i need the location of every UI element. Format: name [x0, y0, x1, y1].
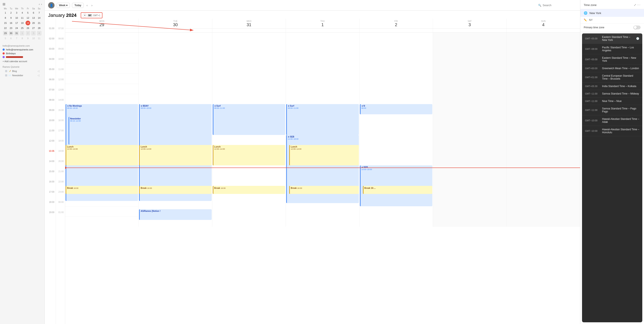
mini-day-5[interactable]: 5	[26, 10, 30, 15]
mini-day-27[interactable]: 27	[31, 26, 36, 30]
mini-day-feb-10[interactable]: 10	[31, 36, 36, 41]
prev-month-button[interactable]: ‹	[39, 2, 40, 6]
mini-day-15[interactable]: 15	[3, 21, 8, 25]
tz-item-eastern-highlight[interactable]: GMT−05:00 Eastern Standard Time – New Yo…	[582, 33, 642, 44]
day-header-fri: Fri 2	[360, 19, 433, 28]
mini-day-12[interactable]: 12	[26, 15, 30, 20]
tz-item-london[interactable]: GMT+00:00 Greenwich Mean Time – London	[582, 65, 642, 72]
account-dot-blue	[2, 48, 5, 51]
mini-day-22[interactable]: 22	[3, 26, 8, 30]
primary-tz-toggle[interactable]	[633, 25, 640, 29]
add-calendar-account-button[interactable]: + Add calendar account	[2, 59, 42, 64]
more-options-icon[interactable]: ···	[637, 3, 640, 7]
tz-name: Central European Standard Time – Brussel…	[602, 74, 639, 80]
tz-item-brussels[interactable]: GMT+01:00 Central European Standard Time…	[582, 72, 642, 83]
mini-day-31[interactable]: 31	[14, 31, 19, 35]
mini-day-feb-11[interactable]: 11	[37, 36, 42, 41]
mini-day-13[interactable]: 13	[31, 15, 36, 20]
week-view-button[interactable]: Week ▾	[57, 3, 70, 8]
mini-day-6[interactable]: 6	[31, 10, 36, 15]
mini-day-10[interactable]: 10	[14, 15, 19, 20]
gmt-slot-0700: 07:00	[56, 27, 65, 37]
event-tue-lunch[interactable]: Lunch 12:00–14:00	[139, 145, 212, 165]
account-email-item[interactable]: hello@ramesquinerie.com	[2, 48, 42, 51]
sub-calendar-blog[interactable]: 📝 Blog ◁	[2, 69, 42, 73]
mini-day-17[interactable]: 17	[14, 21, 19, 25]
tz-item-pacific[interactable]: GMT−08:00 Pacific Standard Time – Los An…	[582, 44, 642, 54]
event-title: AS/Rames [Notion !	[140, 210, 210, 212]
toggle-sidebar-button[interactable]: ⊞	[2, 2, 5, 6]
tz-item-pago[interactable]: GMT−11:00 Samoa Standard Time – Pago Pag…	[582, 105, 642, 115]
sub-calendar-newsletter[interactable]: ✉️ Newsletter ◁	[2, 73, 42, 77]
event-wed-surf[interactable]: ⊗ Surf 08:00–11:00	[213, 104, 285, 135]
mini-day-25[interactable]: 25	[20, 26, 24, 30]
mini-day-11[interactable]: 11	[20, 15, 24, 20]
mini-day-feb-5[interactable]: 5	[3, 36, 8, 41]
event-wed-break[interactable]: Break 16:00	[213, 186, 285, 194]
event-tue-asrames[interactable]: AS/Rames [Notion !	[139, 209, 212, 220]
mini-day-24[interactable]: 24	[14, 26, 19, 30]
account-birthdays-item[interactable]: Birthdays	[2, 51, 42, 55]
mini-day-16[interactable]: 16	[9, 21, 14, 25]
mini-day-14[interactable]: 14	[37, 15, 42, 20]
sub-cal-blog-hide-icon[interactable]: ◁	[38, 70, 40, 73]
mini-day-19-today[interactable]: 19	[26, 21, 30, 25]
event-mon-break[interactable]: Break 16:00	[66, 186, 138, 194]
tz-selected-row[interactable]: 🌐 New York	[580, 9, 644, 17]
sub-cal-newsletter-hide-icon[interactable]: ◁	[38, 74, 40, 77]
event-time: 12:00–14:00	[291, 148, 358, 150]
mini-day-feb-4[interactable]: 4	[37, 31, 42, 35]
mini-day-2[interactable]: 2	[9, 10, 14, 15]
event-thu-break[interactable]: Break 16:00	[289, 186, 359, 194]
tz-item-midway[interactable]: GMT−11:00 Samoa Standard Time – Midway	[582, 90, 642, 97]
mini-day-1[interactable]: 1	[3, 10, 8, 15]
mini-day-28[interactable]: 28	[37, 26, 42, 30]
mini-day-29[interactable]: 29	[3, 31, 8, 35]
mini-day-23[interactable]: 23	[9, 26, 14, 30]
event-tue-break[interactable]: Break 16:00	[139, 186, 212, 194]
mini-day-feb-2[interactable]: 2	[26, 31, 30, 35]
timezone-week-strip[interactable]: + NY GMT+1	[81, 12, 102, 18]
tz-item-niue[interactable]: GMT−11:00 Niue Time – Niue	[582, 97, 642, 105]
mini-day-3[interactable]: 3	[14, 10, 19, 15]
tz-item-adak[interactable]: GMT−10:00 Hawaii-Aleutian Standard Time …	[582, 115, 642, 126]
mini-day-feb-3[interactable]: 3	[31, 31, 36, 35]
mini-day-21[interactable]: 21	[37, 21, 42, 25]
event-mon-newsletter[interactable]: Newsletter 09:15–12:00	[68, 117, 138, 145]
tz-item-eastern[interactable]: GMT−05:00 Eastern Standard Time – New Yo…	[582, 54, 642, 65]
search-input[interactable]	[543, 3, 577, 7]
tz-item-honolulu[interactable]: GMT−10:00 Hawaii-Aleutian Standard Time …	[582, 126, 642, 136]
mini-day-20[interactable]: 20	[31, 21, 36, 25]
primary-tz-row: Primary time zone	[580, 23, 644, 32]
mini-day-4[interactable]: 4	[20, 10, 24, 15]
mini-day-8[interactable]: 8	[3, 15, 8, 20]
mini-day-feb-6[interactable]: 6	[9, 36, 14, 41]
today-button[interactable]: Today	[72, 3, 84, 8]
mini-day-26[interactable]: 26	[26, 26, 30, 30]
tz-item-kolkata[interactable]: GMT+05:30 India Standard Time – Kolkata	[582, 83, 642, 90]
mini-day-30[interactable]: 30	[9, 31, 14, 35]
event-fri-n[interactable]: ⊗ N 08:00	[360, 104, 432, 114]
event-title: BDAY	[143, 105, 148, 107]
mini-day-9[interactable]: 9	[9, 15, 14, 20]
mini-day-18[interactable]: 18	[20, 21, 24, 25]
next-week-button[interactable]: ›	[90, 3, 93, 8]
mini-day-feb-8[interactable]: 8	[20, 36, 24, 41]
mini-day-feb-1[interactable]: 1	[20, 31, 24, 35]
event-thu-surf[interactable]: ⊗ Surf 08:00–11:00	[286, 104, 359, 135]
mini-day-feb-7[interactable]: 7	[14, 36, 19, 41]
event-thu-lunch[interactable]: Lunch 12:00–14:00	[289, 145, 359, 165]
mini-day-7[interactable]: 7	[37, 10, 42, 15]
event-time: 08:00–18:00	[67, 107, 137, 109]
event-mon-lunch[interactable]: Lunch 12:00–14:00	[66, 145, 138, 165]
day-name-sun: Sun	[508, 20, 579, 22]
prev-week-button[interactable]: ‹	[86, 3, 88, 8]
add-timezone-button[interactable]: +	[83, 13, 87, 17]
days-scroll[interactable]: ⊗ No Meetings 08:00–18:00 Newsletter 09:…	[65, 32, 580, 324]
account-redacted-item[interactable]	[2, 55, 42, 59]
event-fri-break[interactable]: Break 16:...	[363, 186, 432, 194]
allday-sun	[507, 29, 580, 32]
event-wed-lunch[interactable]: Lunch 12:00–14:00	[213, 145, 285, 165]
mini-day-feb-9[interactable]: 9	[26, 36, 30, 41]
next-month-button[interactable]: ›	[41, 2, 42, 6]
